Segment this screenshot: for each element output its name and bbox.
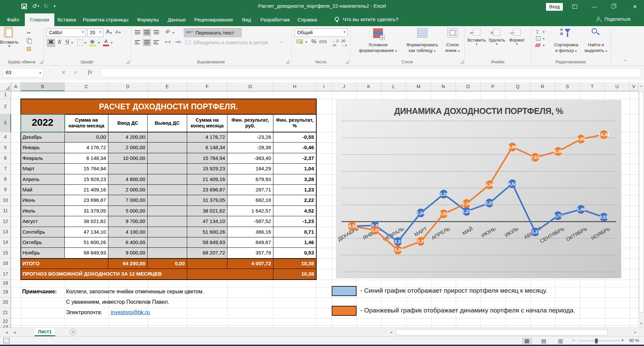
format-as-table-button[interactable]: Форматироватькак таблицу (402, 27, 442, 60)
minimize-button[interactable]: — (588, 2, 601, 11)
start-sum-cell[interactable]: 38 021,62 (65, 216, 108, 227)
sheet-nav-left-icon[interactable]: ◄ (5, 330, 8, 334)
row-header-13[interactable]: 13 (0, 227, 11, 237)
fin-rub-cell[interactable]: 679,93 (227, 174, 273, 185)
vvod-cell[interactable]: 5 000,00 (108, 206, 148, 216)
clear-icon[interactable] (535, 44, 541, 47)
horizontal-scrollbar[interactable]: ◄ ► (388, 329, 639, 336)
scroll-left-icon[interactable]: ◄ (388, 331, 394, 334)
fin-rub-cell[interactable]: 1 642,57 (227, 206, 273, 216)
fill-color-caret-icon[interactable] (98, 42, 100, 44)
column-header-M[interactable]: M (406, 82, 431, 91)
dialog-launcher-icon[interactable] (460, 60, 464, 64)
row-header-20[interactable]: 20 (0, 297, 11, 308)
row-header-23[interactable]: 23 (0, 325, 11, 328)
end-sum-cell[interactable]: 47 134,10 (187, 216, 227, 227)
row-header-15[interactable]: 15 (0, 248, 11, 258)
page-layout-view-icon[interactable]: ▤ (539, 338, 549, 344)
end-sum-cell[interactable]: 4 176,72 (187, 132, 227, 142)
horizontal-scroll-thumb[interactable] (396, 329, 608, 335)
end-sum-cell[interactable]: 58 849,93 (187, 237, 227, 248)
ribbon-display-options-button[interactable] (572, 4, 577, 9)
start-sum-cell[interactable]: 58 849,93 (65, 248, 108, 258)
vvod-cell[interactable]: 2 000,00 (108, 185, 148, 195)
column-header-I[interactable]: I (316, 82, 332, 91)
row-header-17[interactable]: 17 (0, 269, 11, 280)
font-color-icon[interactable]: А (103, 38, 109, 47)
fin-pct-cell[interactable]: 1,04 (273, 164, 316, 174)
total-pct-cell[interactable]: 10,38 (273, 258, 316, 269)
month-cell[interactable]: Февраль (21, 153, 65, 164)
column-header-B[interactable]: B (21, 82, 65, 91)
legend-swatch-orange[interactable] (332, 306, 357, 316)
fill-caret-icon[interactable] (543, 38, 545, 40)
row-header-12[interactable]: 12 (0, 216, 11, 227)
column-header-C[interactable]: C (65, 82, 108, 91)
vertical-scroll-thumb[interactable] (639, 92, 644, 313)
fin-rub-cell[interactable]: -383,40 (227, 153, 273, 164)
total-rub-cell[interactable]: 4 007,72 (227, 258, 273, 269)
row-header-19[interactable]: 19 (0, 287, 11, 297)
column-header-Q[interactable]: Q (505, 82, 530, 91)
total-vvod-cell[interactable]: 64 200,00 (108, 258, 148, 269)
row-header-9[interactable]: 9 (0, 185, 11, 195)
dialog-launcher-icon[interactable] (345, 60, 349, 64)
end-sum-cell[interactable]: 15 764,94 (187, 153, 227, 164)
vyvod-cell[interactable] (148, 227, 187, 237)
end-sum-cell[interactable]: 6 148,34 (187, 142, 227, 153)
sign-in-button[interactable]: Вход (546, 3, 563, 11)
align-bottom-icon[interactable] (152, 29, 160, 36)
normal-view-icon[interactable]: ▦ (522, 338, 532, 344)
borders-caret-icon[interactable] (85, 42, 87, 44)
start-sum-cell[interactable]: 21 409,16 (65, 185, 108, 195)
fin-rub-cell[interactable]: 849,67 (227, 237, 273, 248)
page-break-view-icon[interactable]: ▥ (555, 338, 566, 344)
column-header-D[interactable]: D (108, 82, 148, 91)
restore-button[interactable] (611, 5, 615, 8)
increase-font-icon[interactable]: А▲ (106, 29, 113, 35)
row-header-16[interactable]: 16 (0, 258, 11, 269)
zoom-slider[interactable] (579, 341, 620, 341)
delete-cells-button[interactable]: ✕Удалить (486, 28, 507, 59)
sheet-nav-right-icon[interactable]: ► (13, 330, 17, 334)
forecast-label-cell[interactable]: ПРОГНОЗ ВОЗМОЖНОЙ ДОХОДНОСТИ ЗА 12 МЕСЯЦ… (21, 269, 187, 280)
vyvod-cell[interactable] (148, 132, 187, 142)
find-select-button[interactable]: Найти ивыделить (582, 27, 610, 60)
zoom-slider-thumb[interactable] (595, 339, 598, 343)
fin-rub-cell[interactable]: 366,16 (227, 227, 273, 237)
row-header-8[interactable]: 8 (0, 174, 11, 185)
zoom-out-icon[interactable]: − (572, 337, 575, 343)
format-cells-button[interactable]: ▭Формат (506, 28, 527, 59)
underline-caret-icon[interactable] (71, 42, 73, 44)
cut-icon[interactable]: ✂ (27, 30, 31, 36)
ribbon-tab-Разметка страницы[interactable]: Разметка страницы (79, 13, 132, 26)
increase-decimal-icon[interactable]: ←,0,00 (332, 39, 338, 47)
ribbon-tab-Разработчик[interactable]: Разработчик (257, 13, 293, 26)
share-button[interactable]: Поделиться (604, 16, 630, 22)
underline-button[interactable]: Ч (64, 39, 70, 47)
decrease-decimal-icon[interactable]: ,00→,0 (341, 39, 347, 47)
row-header-2[interactable]: 2 (0, 99, 11, 114)
align-center-icon[interactable] (143, 39, 151, 46)
end-sum-cell[interactable]: 23 696,87 (187, 185, 227, 195)
column-header-S[interactable]: S (555, 82, 580, 91)
column-header-E[interactable]: E (148, 82, 187, 91)
end-sum-cell[interactable]: 15 929,23 (187, 164, 227, 174)
ribbon-tab-Вид[interactable]: Вид (237, 13, 256, 26)
fin-rub-cell[interactable]: 287,71 (227, 185, 273, 195)
decrease-font-icon[interactable]: А▼ (115, 30, 121, 35)
year-cell[interactable]: 2022 (21, 114, 65, 132)
end-sum-cell[interactable]: 51 600,26 (187, 227, 227, 237)
percent-icon[interactable]: % (311, 38, 316, 45)
align-top-icon[interactable] (133, 29, 142, 36)
start-sum-cell[interactable]: 15 764,94 (65, 164, 108, 174)
column-header-V[interactable]: V (630, 82, 638, 91)
fin-pct-cell[interactable]: 0,53 (273, 248, 316, 258)
column-header-A[interactable]: A (11, 82, 21, 91)
start-sum-cell[interactable]: 15 929,23 (65, 174, 108, 185)
month-cell[interactable]: Март (21, 164, 65, 174)
fin-pct-cell[interactable]: 1,23 (273, 185, 316, 195)
merge-center-button[interactable]: ↔Объединить и поместить в центре (184, 39, 284, 47)
month-cell[interactable]: Сентябрь (21, 227, 65, 237)
increase-indent-icon[interactable]: ⇥≡ (175, 40, 181, 44)
